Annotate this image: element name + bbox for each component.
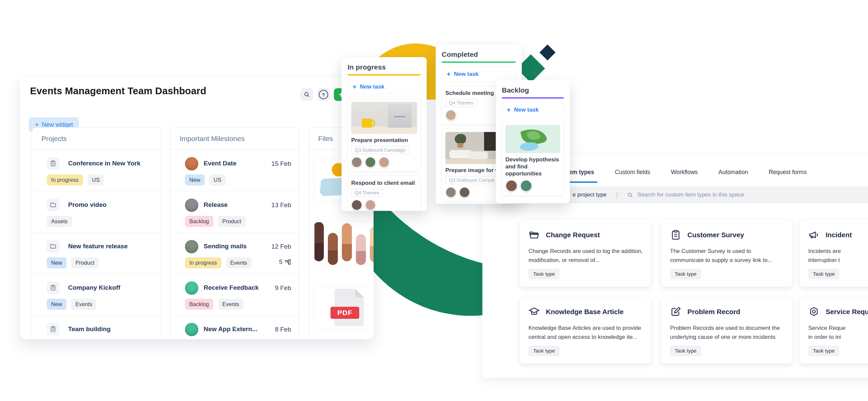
status-badge: New [47, 299, 66, 310]
item-type-title: Incident [826, 231, 852, 239]
projects-widget-title: Projects [32, 127, 161, 150]
search-icon [304, 91, 310, 98]
new-task-button[interactable]: + New task [347, 80, 421, 94]
item-type-description: Knowledge Base Articles are used to prov… [528, 323, 643, 342]
item-type-card-service-request[interactable]: Service Request Service Reque in order t… [800, 297, 868, 364]
kanban-column-backlog: Backlog + New task Develop hypothesis an… [496, 80, 570, 203]
tab-request-forms[interactable]: Request forms [769, 169, 807, 176]
task-tag: Q4 Themes [445, 99, 477, 107]
tab-workflows[interactable]: Workflows [671, 169, 698, 176]
milestone-row[interactable]: New App Extern... 8 Feb [170, 315, 299, 339]
milestone-name: Receive Feedback [204, 284, 259, 291]
task-type-badge: Task type [670, 346, 701, 356]
project-title: Conference in New York [68, 160, 141, 167]
task-avatars [351, 157, 417, 168]
milestone-name: Event Date [204, 160, 236, 167]
tab-automation[interactable]: Automation [718, 169, 748, 176]
tag-badge: Assets [47, 216, 72, 227]
nut-gear-icon [808, 306, 820, 318]
item-type-title: Service Request [826, 308, 868, 316]
item-type-card-change-request[interactable]: Change Request Change Records are used t… [520, 220, 651, 287]
plus-icon: + [447, 70, 451, 78]
milestone-row[interactable]: Receive Feedback 9 Feb Backlog Events [170, 274, 299, 315]
tab-custom-fields[interactable]: Custom fields [615, 169, 650, 176]
avatar [520, 180, 532, 192]
milestone-date: 8 Feb [275, 326, 291, 333]
plus-icon: + [352, 83, 356, 91]
clipboard-icon [47, 157, 59, 170]
item-type-card-incident[interactable]: Incident Incidents are interruption t Ta… [800, 220, 868, 287]
task-avatars [351, 200, 417, 210]
project-row[interactable]: New feature release New Product [32, 233, 161, 274]
search-icon [627, 192, 633, 198]
task-card[interactable]: Develop hypothesis and find opportunitie… [502, 121, 564, 196]
task-card[interactable]: Prepare presentation Q3 Outbound Campaig… [347, 98, 421, 171]
item-type-title: Problem Record [687, 308, 740, 316]
milestone-date: 13 Feb [271, 201, 291, 209]
help-button[interactable]: ? [317, 88, 330, 101]
clipboard-icon [47, 281, 59, 294]
avatar [505, 180, 518, 192]
item-type-title: Customer Survey [687, 231, 744, 239]
megaphone-icon [808, 229, 820, 241]
avatar [365, 200, 376, 210]
file-thumbnail-palette[interactable] [314, 222, 374, 265]
avatar [351, 200, 362, 210]
task-image-desk [351, 102, 417, 134]
task-tag: Q3 Outbound Campai [445, 176, 498, 184]
task-title: Develop hypothesis and find opportunitie… [505, 156, 560, 177]
file-thumbnail-pdf[interactable]: PDF [314, 286, 374, 329]
subtasks-icon [285, 259, 291, 265]
project-row[interactable]: Promo video Assets [32, 191, 161, 233]
status-badge: Backlog [185, 299, 213, 310]
project-title: Promo video [68, 201, 106, 208]
task-type-badge: Task type [808, 269, 839, 279]
item-type-card-customer-survey[interactable]: Customer Survey The Customer Survey is u… [661, 220, 792, 287]
status-badge: New [47, 257, 66, 268]
new-task-button[interactable]: + New task [442, 67, 516, 82]
milestone-row[interactable]: Event Date 15 Feb New US [170, 150, 299, 191]
new-task-button[interactable]: + New task [502, 103, 564, 117]
avatar [445, 187, 456, 198]
item-type-description: Incidents are interruption t [808, 247, 868, 265]
item-type-description: The Customer Survey is used to communica… [670, 247, 785, 265]
avatar [185, 157, 198, 170]
item-type-card-problem-record[interactable]: Problem Record Problem Records are used … [661, 297, 792, 364]
milestone-date: 12 Feb [271, 243, 291, 250]
tag-badge: US [88, 174, 104, 185]
clipboard-icon [670, 229, 682, 241]
column-accent-line [502, 97, 564, 98]
project-type-label[interactable]: e project type [572, 192, 607, 198]
milestone-name: Release [204, 201, 228, 208]
edit-pen-icon [670, 306, 682, 318]
task-card[interactable]: Respond to client email Q4 Themes [347, 175, 421, 211]
task-type-badge: Task type [808, 346, 839, 356]
column-title: In progress [347, 63, 421, 71]
column-title: Completed [442, 51, 516, 58]
milestone-name: New App Extern... [204, 325, 257, 333]
project-row[interactable]: Company Kickoff New Events [32, 274, 161, 315]
search-input[interactable]: Search for custom item types in this spa… [627, 192, 744, 198]
tab-item-types[interactable]: tem types [567, 169, 594, 176]
item-type-title: Change Request [546, 231, 600, 239]
tag-badge: Product [71, 257, 99, 268]
avatar [185, 240, 198, 253]
graduation-cap-icon [528, 306, 540, 318]
item-type-card-knowledge-base[interactable]: Knowledge Base Article Knowledge Base Ar… [520, 297, 651, 364]
project-row[interactable]: Team building [32, 315, 161, 339]
clipboard-icon [47, 323, 59, 336]
color-palette-art [314, 222, 374, 265]
avatar [365, 157, 376, 168]
task-title: Respond to client email [351, 180, 417, 187]
search-button[interactable] [301, 88, 313, 101]
column-accent-line [347, 74, 421, 76]
milestone-row[interactable]: Sending mails 12 Feb In progress Events … [170, 233, 299, 274]
project-row[interactable]: Conference in New York In progress US [32, 150, 161, 191]
status-badge: New [185, 174, 205, 185]
milestone-date: 9 Feb [275, 284, 291, 292]
milestone-row[interactable]: Release 13 Feb Backlog Product [170, 191, 299, 233]
avatar [459, 187, 470, 198]
pdf-icon: PDF [331, 307, 359, 319]
item-type-description: Service Reque in order to ini [808, 323, 868, 342]
page-title: Events Management Team Dashboard [30, 86, 206, 96]
